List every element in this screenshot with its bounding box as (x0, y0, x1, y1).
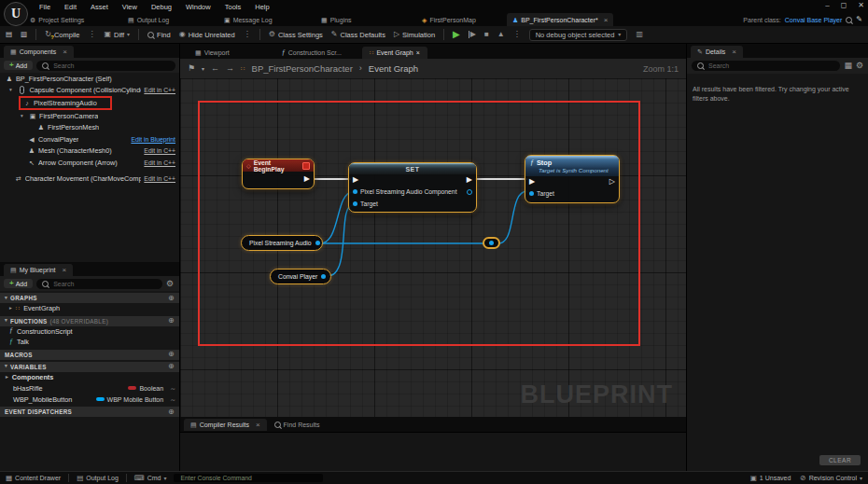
tab-compiler-results[interactable]: ▤ Compiler Results × (184, 419, 267, 431)
search-icon[interactable] (846, 17, 852, 23)
object-pin[interactable] (353, 189, 357, 194)
node-stop[interactable]: ƒ Stop Target is Synth Component ▶ ▷ Tar… (525, 155, 620, 203)
edit-in-cpp-link[interactable]: Edit in C++ (144, 87, 175, 93)
menu-tools[interactable]: Tools (225, 3, 242, 11)
section-variables[interactable]: ▾ VARIABLES ⊕ (0, 362, 179, 372)
tab-message-log[interactable]: ▣ Message Log (218, 13, 278, 26)
eject-button[interactable]: ▲ (497, 31, 505, 38)
close-tab-icon[interactable]: × (63, 266, 67, 274)
add-blueprint-item-button[interactable]: + Add (4, 279, 33, 288)
unsaved-button[interactable]: ▣ 1 Unsaved (750, 475, 791, 482)
tree-item-pixelstreamingaudio[interactable]: ♪ PixelStreamingAudio (0, 96, 179, 110)
frame-skip-button[interactable]: ▶ (469, 31, 476, 38)
bookmarks-icon[interactable]: ⚑ (188, 64, 195, 73)
diff-button[interactable]: ▣ Diff ▾ (104, 31, 130, 39)
tab-plugins[interactable]: ▦ Plugins (315, 13, 357, 26)
edit-in-cpp-link[interactable]: Edit in C++ (144, 147, 175, 154)
menu-asset[interactable]: Asset (91, 3, 108, 11)
compile-options-icon[interactable]: ⋮ (88, 31, 95, 38)
add-macro-icon[interactable]: ⊕ (168, 351, 175, 358)
components-search-input[interactable] (51, 62, 170, 70)
reroute-pin[interactable] (489, 241, 494, 245)
menu-edit[interactable]: Edit (64, 3, 77, 11)
tree-item-firstpersoncamera[interactable]: ▾ ▣ FirstPersonCamera (0, 110, 179, 122)
back-icon[interactable]: ← (211, 64, 219, 73)
tab-construction-script[interactable]: ƒ Construction Scr... (274, 47, 349, 59)
edit-in-blueprint-link[interactable]: Edit in Blueprint (131, 136, 175, 143)
tree-item-mesh[interactable]: ♟ Mesh (CharacterMesh0) Edit in C++ (0, 145, 179, 158)
tab-firstpersonmap[interactable]: ◈ FirstPersonMap (416, 13, 482, 26)
simulation-button[interactable]: ▷ Simulation (394, 31, 435, 39)
add-variable-icon[interactable]: ⊕ (168, 363, 175, 370)
expand-arrow-icon[interactable]: ▾ (9, 88, 15, 93)
menu-debug[interactable]: Debug (151, 3, 172, 11)
forward-icon[interactable]: → (226, 64, 234, 73)
class-defaults-button[interactable]: ✎ Class Defaults (331, 31, 385, 39)
my-blueprint-search-input[interactable] (51, 280, 157, 288)
node-reroute[interactable] (483, 237, 500, 249)
section-event-dispatchers[interactable]: EVENT DISPATCHERS ⊕ (0, 407, 179, 417)
section-macros[interactable]: MACROS ⊕ (0, 350, 179, 360)
exec-in-pin[interactable]: ▶ (353, 176, 358, 184)
object-out-pin[interactable] (321, 274, 326, 279)
edit-in-cpp-link[interactable]: Edit in C++ (144, 159, 175, 166)
content-drawer-button[interactable]: ▦ Content Drawer (6, 475, 61, 482)
revision-control-button[interactable]: ⊘ Revision Control ▾ (800, 475, 862, 482)
node-getter-pixel-streaming-audio[interactable]: Pixel Streaming Audio (241, 235, 323, 251)
object-out-pin[interactable] (467, 189, 472, 195)
minimize-icon[interactable]: – (825, 1, 829, 9)
gear-icon[interactable]: ⚙ (166, 280, 174, 288)
play-button[interactable]: ▶ (453, 30, 460, 39)
settings-icon[interactable]: ⚙ (856, 62, 863, 70)
exec-out-pin[interactable]: ▶ (467, 176, 472, 184)
edit-icon[interactable]: ✎ (856, 16, 862, 23)
close-tab-icon[interactable]: × (63, 48, 67, 56)
edit-in-cpp-link[interactable]: Edit in C++ (144, 175, 175, 182)
class-settings-button[interactable]: ⚙ Class Settings (269, 31, 323, 39)
tab-find-results[interactable]: Find Results (267, 419, 328, 431)
play-options-icon[interactable]: ⋮ (513, 31, 521, 38)
tree-item-firstpersonmesh[interactable]: ♟ FirstPersonMesh (0, 122, 179, 134)
tab-bp-firstpersoncharacter[interactable]: ♟ BP_FirstPersonCharacter* × (507, 13, 613, 26)
chevron-down-icon[interactable]: ▾ (202, 66, 204, 72)
add-component-button[interactable]: + Add (4, 61, 33, 70)
browse-icon[interactable]: ▥ (21, 31, 27, 38)
tab-viewport[interactable]: ▦ Viewport (188, 47, 237, 59)
debug-object-select[interactable]: No debug object selected ▾ (529, 29, 628, 41)
eye-icon[interactable]: ∼ (170, 396, 175, 403)
hide-unrelated-button[interactable]: ◉ Hide Unrelated (179, 31, 235, 39)
collapse-arrow-icon[interactable]: ▸ (9, 306, 12, 311)
add-function-icon[interactable]: ⊕ (168, 317, 175, 325)
list-item-talk[interactable]: ƒ Talk (0, 337, 179, 348)
stop-button[interactable]: ■ (484, 31, 489, 38)
cmd-dropdown[interactable]: ⌨ Cmd ▾ (134, 475, 167, 482)
add-graph-icon[interactable]: ⊕ (168, 295, 175, 302)
list-item-constructionscript[interactable]: ƒ ConstructionScript (0, 326, 179, 338)
menu-help[interactable]: Help (255, 3, 269, 11)
target-pin[interactable] (353, 201, 357, 206)
menu-file[interactable]: File (39, 3, 50, 11)
tab-my-blueprint[interactable]: ▤ My Blueprint × (4, 264, 73, 276)
variable-group-components[interactable]: ▸ Components (0, 372, 179, 383)
tree-item-self[interactable]: ♟ BP_FirstPersonCharacter (Self) (0, 73, 179, 85)
debug-browse-icon[interactable]: ▥ (636, 31, 643, 38)
menu-view[interactable]: View (122, 3, 137, 11)
close-icon[interactable]: ✕ (858, 1, 864, 9)
menu-window[interactable]: Window (186, 3, 211, 11)
exec-out-pin[interactable]: ▷ (609, 178, 615, 186)
close-tab-icon[interactable]: × (732, 48, 736, 56)
maximize-icon[interactable]: ◻ (841, 1, 847, 9)
event-graph-canvas[interactable]: ◇ Event BeginPlay ▶ SET ▶ ▶ (180, 78, 686, 417)
console-command-input[interactable] (178, 474, 318, 482)
expand-arrow-icon[interactable]: ▾ (21, 114, 26, 119)
close-tab-icon[interactable]: × (604, 16, 609, 24)
add-event-dispatcher-icon[interactable]: ⊕ (168, 408, 175, 416)
section-graphs[interactable]: ▾ GRAPHS ⊕ (0, 293, 179, 303)
close-tab-icon[interactable]: × (256, 421, 260, 429)
eye-icon[interactable]: ∼ (170, 385, 175, 392)
tree-item-convaiplayer[interactable]: ◀ ConvaiPlayer Edit in Blueprint (0, 133, 179, 145)
display-options-icon[interactable]: ▦ (844, 62, 852, 70)
object-out-pin[interactable] (315, 241, 320, 245)
output-log-button[interactable]: ▤ Output Log (77, 475, 119, 482)
clear-button[interactable]: CLEAR (819, 455, 861, 465)
